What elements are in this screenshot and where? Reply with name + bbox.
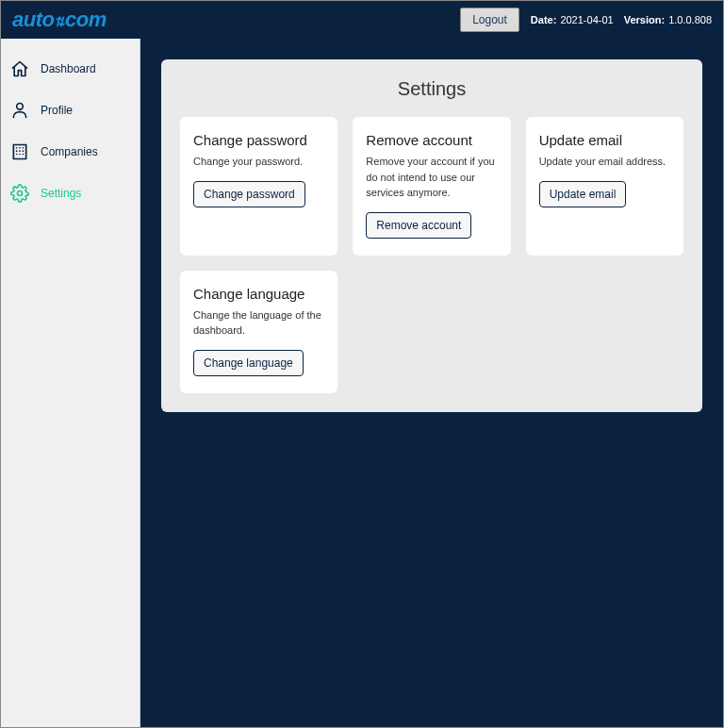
user-icon xyxy=(8,99,31,122)
header: auto⇅com Logout Date: 2021-04-01 Version… xyxy=(1,1,723,39)
card-grid: Change password Change your password. Ch… xyxy=(180,117,683,393)
card-remove-account: Remove account Remove your account if yo… xyxy=(353,117,510,256)
logout-button[interactable]: Logout xyxy=(460,8,519,32)
logo: auto⇅com xyxy=(12,8,107,32)
card-title: Remove account xyxy=(366,132,497,148)
date-value: 2021-04-01 xyxy=(560,14,613,25)
svg-point-11 xyxy=(18,191,23,196)
home-icon xyxy=(8,58,31,80)
card-desc: Remove your account if you do not intend… xyxy=(366,154,497,201)
card-title: Change language xyxy=(193,286,324,302)
sidebar-item-label: Settings xyxy=(41,187,81,200)
change-language-button[interactable]: Change language xyxy=(193,350,304,376)
card-change-language: Change language Change the language of t… xyxy=(180,271,337,393)
building-icon xyxy=(8,141,31,163)
card-change-password: Change password Change your password. Ch… xyxy=(180,117,337,256)
sidebar-item-label: Dashboard xyxy=(41,62,96,75)
version-value: 1.0.0.808 xyxy=(668,14,712,25)
remove-account-button[interactable]: Remove account xyxy=(366,212,471,239)
card-desc: Change your password. xyxy=(193,154,324,170)
card-title: Update email xyxy=(539,132,670,148)
card-desc: Change the language of the dashboard. xyxy=(193,307,324,339)
card-update-email: Update email Update your email address. … xyxy=(526,117,683,256)
update-email-button[interactable]: Update email xyxy=(539,181,627,207)
sidebar-item-label: Companies xyxy=(41,145,98,158)
main-content: Settings Change password Change your pas… xyxy=(140,39,723,727)
change-password-button[interactable]: Change password xyxy=(193,181,305,207)
settings-panel: Settings Change password Change your pas… xyxy=(161,59,702,412)
sidebar-item-companies[interactable]: Companies xyxy=(1,131,140,173)
date-label: Date: xyxy=(531,14,557,25)
sidebar-item-label: Profile xyxy=(41,104,73,117)
sidebar-item-dashboard[interactable]: Dashboard xyxy=(1,48,140,90)
sidebar: Dashboard Profile xyxy=(1,39,140,727)
version-label: Version: xyxy=(624,14,665,25)
sidebar-item-settings[interactable]: Settings xyxy=(1,173,140,214)
sidebar-item-profile[interactable]: Profile xyxy=(1,90,140,131)
svg-point-0 xyxy=(17,104,24,110)
header-info: Date: 2021-04-01 Version: 1.0.0.808 xyxy=(531,14,712,25)
gear-icon xyxy=(8,182,31,205)
card-title: Change password xyxy=(193,132,324,148)
card-desc: Update your email address. xyxy=(539,154,670,170)
page-title: Settings xyxy=(180,78,683,100)
